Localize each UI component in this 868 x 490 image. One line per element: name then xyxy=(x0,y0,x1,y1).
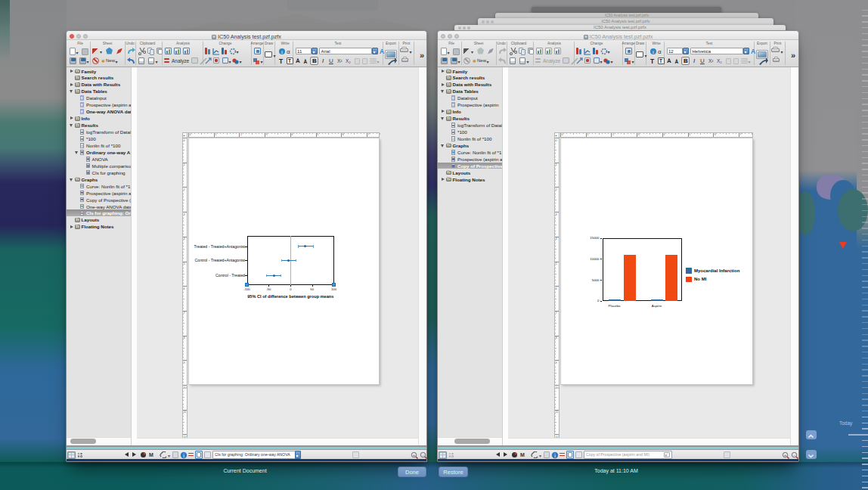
svg-text:i: i xyxy=(653,48,654,54)
svg-text:+: + xyxy=(784,452,787,457)
svg-text:-: - xyxy=(423,452,424,457)
svg-text:i: i xyxy=(554,451,556,458)
svg-text:i: i xyxy=(281,48,283,54)
svg-text:+: + xyxy=(413,452,416,457)
svg-text:i: i xyxy=(183,451,184,458)
svg-text:-: - xyxy=(794,452,795,457)
